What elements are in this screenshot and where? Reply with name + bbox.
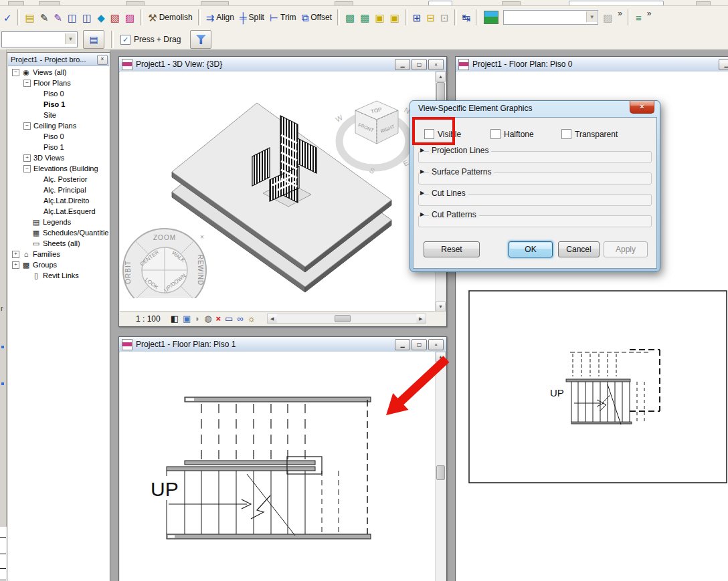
reveal-hidden-icon[interactable]: ☼ — [248, 314, 256, 323]
expand-icon[interactable]: + — [12, 261, 19, 269]
apply-button[interactable]: Apply — [604, 241, 648, 257]
projection-lines-section[interactable]: ▶Projection Lines — [418, 146, 652, 167]
scroll-down-button[interactable]: ▼ — [436, 302, 446, 312]
tree-item-legends[interactable]: ▤Legends — [8, 217, 109, 227]
edit-group-icon[interactable]: ▩ — [358, 9, 371, 26]
scroll-up-button[interactable]: ▲ — [436, 72, 446, 82]
tree-item-3d-views[interactable]: +3D Views — [8, 152, 109, 163]
tree-item-al-principal[interactable]: Alç. Principal — [8, 185, 109, 195]
group-exclude-icon[interactable]: ▣ — [388, 9, 401, 26]
collapse-icon[interactable]: − — [12, 69, 19, 76]
tree-item-views-all[interactable]: −◉Views (all) — [8, 67, 109, 78]
wheel-close-icon[interactable]: × — [200, 233, 204, 241]
collapse-icon[interactable]: − — [23, 80, 31, 87]
project-browser-titlebar[interactable]: Project1 - Project bro... × — [8, 53, 109, 66]
tree-item-site[interactable]: Site — [8, 110, 109, 120]
wheel-zoom[interactable]: ZOOM — [153, 234, 176, 241]
tree-item-elevations-building[interactable]: −Elevations (Building — [8, 163, 109, 174]
type-selector-combobox[interactable]: ▼ — [1, 31, 78, 47]
section-expand-icon[interactable]: ▶ — [420, 168, 424, 175]
visual-style-icon[interactable]: ▣ — [183, 314, 191, 323]
tree-item-groups[interactable]: +▩Groups — [8, 259, 109, 270]
tree-item-piso-0[interactable]: Piso 0 — [8, 88, 109, 99]
reset-button[interactable]: Reset — [424, 241, 480, 257]
tree-item-piso-1[interactable]: Piso 1 — [8, 142, 109, 152]
group-link-icon[interactable]: ▣ — [373, 9, 386, 26]
expand-icon[interactable]: + — [12, 251, 19, 258]
cut-lines-section[interactable]: ▶Cut Lines — [418, 189, 652, 210]
compass-west[interactable]: W — [334, 113, 344, 124]
wheel-rewind[interactable]: REWIND — [197, 255, 204, 286]
paint-spline-icon[interactable]: ✎ — [52, 9, 64, 26]
cancel-button[interactable]: Cancel — [558, 241, 600, 257]
filter-button[interactable] — [190, 30, 211, 49]
minimize-button[interactable]: ▁ — [395, 59, 410, 70]
mirror-tool-icon[interactable]: ◫ — [66, 9, 79, 26]
wall-joins-icon[interactable]: ⊞ — [411, 9, 424, 26]
temporary-hide-icon[interactable]: ∞ — [237, 314, 243, 323]
create-group-icon[interactable]: ▩ — [343, 9, 357, 26]
tree-item-families[interactable]: +⌂Families — [8, 249, 109, 259]
paint-bucket-icon[interactable]: ◆ — [95, 9, 107, 26]
wall-sweep-icon[interactable]: ▨ — [123, 9, 136, 26]
tree-item-al-lat-esquerd[interactable]: Alç.Lat.Esquerd — [8, 206, 109, 217]
section-expand-icon[interactable]: ▶ — [420, 211, 424, 217]
tree-item-al-posterior[interactable]: Alç. Posterior — [8, 174, 109, 185]
spelling-check-icon[interactable]: ✓ — [1, 9, 14, 26]
collapse-icon[interactable]: − — [23, 122, 31, 130]
collapse-icon[interactable]: − — [23, 165, 31, 172]
design-options-icon[interactable]: ≡ — [634, 9, 644, 26]
expand-icon[interactable]: + — [23, 154, 31, 162]
render-region-icon[interactable]: ▨ — [601, 9, 614, 26]
horizontal-scrollbar[interactable]: ◀ ▶ — [267, 314, 426, 324]
panel-close-button[interactable]: × — [97, 55, 108, 65]
window-3d-titlebar[interactable]: Project1 - 3D View: {3D} ▁▢× — [119, 57, 446, 72]
render-dialog-icon[interactable]: ◍ — [204, 314, 211, 323]
tree-item-ceiling-plans[interactable]: −Ceiling Plans — [8, 120, 109, 131]
element-properties-button[interactable]: ▤ — [83, 30, 104, 49]
compass-east[interactable]: E — [401, 158, 410, 168]
rendering-image-icon-button[interactable] — [482, 9, 500, 26]
section-expand-icon[interactable]: ▶ — [420, 190, 424, 196]
dropdown-arrow-icon[interactable]: ▼ — [65, 33, 76, 44]
scroll-right-button[interactable]: ▶ — [416, 314, 426, 323]
minimize-button[interactable]: ▁ — [719, 59, 728, 70]
section-expand-icon[interactable]: ▶ — [420, 147, 424, 153]
split-button[interactable]: ╪Split — [238, 9, 266, 26]
dropdown-arrow-icon[interactable]: ▼ — [586, 11, 597, 22]
tree-item-revit-links[interactable]: ▯Revit Links — [8, 270, 109, 281]
opening-tool-icon[interactable]: ↹ — [460, 9, 473, 26]
press-drag-option[interactable]: ✓ Press + Drag — [120, 35, 181, 45]
viewcube[interactable]: W N S E TOP FRONT RIGHT — [334, 101, 411, 175]
cut-profile-icon[interactable]: ⊟ — [424, 9, 437, 26]
close-button[interactable]: × — [428, 59, 444, 70]
window-piso0-titlebar[interactable]: Project1 - Floor Plan: Piso 0 ▁▢× — [456, 57, 728, 72]
wheel-orbit[interactable]: ORBIT — [124, 260, 132, 284]
options-overflow-chevron[interactable]: » — [645, 9, 654, 26]
scrollbar-thumb[interactable] — [436, 465, 445, 480]
trim-button[interactable]: ⊢Trim — [268, 9, 298, 26]
copy-tool-icon[interactable]: ◫ — [80, 9, 94, 26]
tree-item-piso-0[interactable]: Piso 0 — [8, 131, 109, 142]
tree-item-al-lat-direito[interactable]: Alç.Lat.Direito — [8, 195, 109, 206]
press-drag-checkbox[interactable]: ✓ — [120, 35, 130, 45]
dialog-close-button[interactable]: × — [630, 101, 654, 114]
transparent-checkbox[interactable] — [561, 129, 571, 139]
match-properties-icon[interactable]: ✎ — [38, 9, 51, 26]
render-scene-select[interactable]: ▼ — [503, 10, 598, 25]
edit-profile-icon[interactable]: ⊡ — [438, 9, 451, 26]
toolbar-overflow-chevron[interactable]: » — [616, 9, 624, 26]
view-3d-canvas[interactable]: W N S E TOP FRONT RIGHT — [120, 72, 446, 312]
transfer-project-icon[interactable]: ▧ — [108, 9, 122, 26]
demolish-button[interactable]: ⚒Demolish — [146, 9, 194, 26]
crop-region-boundary[interactable] — [469, 291, 727, 483]
tree-item-piso-1[interactable]: Piso 1 — [8, 99, 109, 110]
scroll-left-button[interactable]: ◀ — [268, 314, 277, 323]
ok-button[interactable]: OK — [509, 241, 553, 257]
tape-measure-icon[interactable]: ▤ — [23, 9, 37, 26]
detail-level-icon[interactable]: ◧ — [171, 314, 179, 323]
surface-patterns-section[interactable]: ▶Surface Patterns — [418, 167, 652, 189]
scrollbar-thumb[interactable] — [335, 315, 351, 322]
tree-item-floor-plans[interactable]: −Floor Plans — [8, 78, 109, 88]
shadows-icon[interactable]: ◗ — [195, 314, 200, 323]
